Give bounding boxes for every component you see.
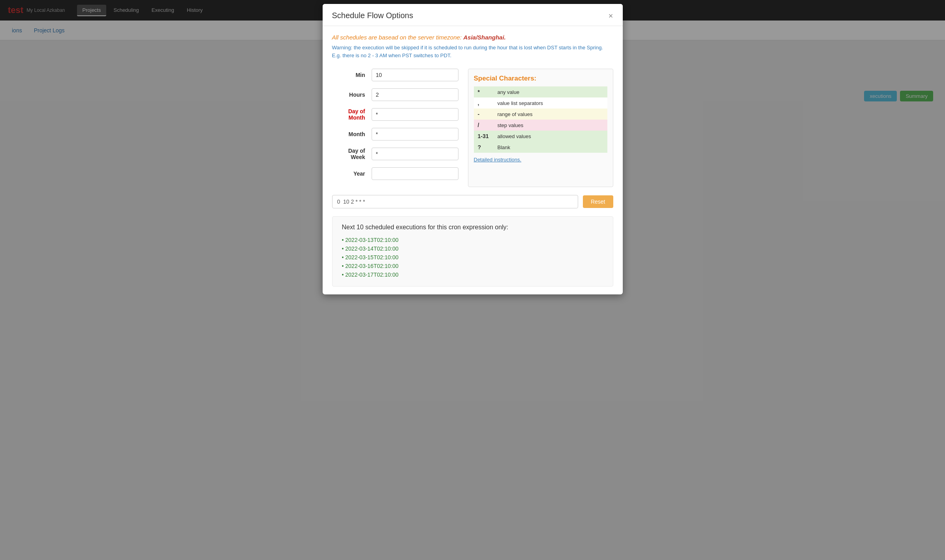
modal-dialog: Schedule Flow Options × All schedules ar… [323, 4, 623, 294]
modal-header: Schedule Flow Options × [323, 4, 623, 26]
execution-list: 2022-03-13T02:10:00 2022-03-14T02:10:00 … [342, 236, 603, 279]
min-input[interactable] [372, 69, 458, 81]
dst-warning: Warning: the execution will be skipped i… [332, 44, 613, 59]
char-desc-range: allowed values [494, 131, 607, 142]
char-desc-slash: step values [494, 120, 607, 131]
cron-expression-input[interactable] [332, 195, 578, 208]
form-row-day-of-week: Day ofWeek [332, 148, 458, 160]
hours-label: Hours [332, 92, 372, 98]
char-desc-question: Blank [494, 142, 607, 153]
min-label: Min [332, 72, 372, 78]
char-row-comma: , value list separators [474, 97, 607, 109]
next-executions-title: Next 10 scheduled executions for this cr… [342, 224, 603, 231]
form-fields: Min Hours Day ofMonth Month [332, 69, 458, 187]
next-executions-panel: Next 10 scheduled executions for this cr… [332, 216, 613, 287]
form-row-min: Min [332, 69, 458, 81]
timezone-value: Asia/Shanghai. [463, 34, 506, 41]
modal-title: Schedule Flow Options [332, 11, 413, 20]
execution-item-1: 2022-03-13T02:10:00 [342, 236, 603, 244]
hours-input[interactable] [372, 88, 458, 101]
year-label: Year [332, 170, 372, 177]
execution-item-5: 2022-03-17T02:10:00 [342, 270, 603, 279]
char-desc-dash: range of values [494, 109, 607, 120]
char-row-question: ? Blank [474, 142, 607, 153]
form-row-hours: Hours [332, 88, 458, 101]
cron-row: Reset [332, 195, 613, 208]
special-chars-panel: Special Characters: * any value , value … [468, 69, 613, 187]
char-symbol-dash: - [474, 109, 494, 120]
timezone-notice: All schedules are basead on the server t… [332, 34, 613, 41]
char-desc-any: any value [494, 86, 607, 97]
char-desc-comma: value list separators [494, 97, 607, 109]
month-input[interactable] [372, 128, 458, 140]
char-symbol-slash: / [474, 120, 494, 131]
form-area: Min Hours Day ofMonth Month [332, 69, 613, 187]
char-row-slash: / step values [474, 120, 607, 131]
char-row-range: 1-31 allowed values [474, 131, 607, 142]
modal-body: All schedules are basead on the server t… [323, 26, 623, 294]
timezone-notice-text: All schedules are basead on the server t… [332, 34, 462, 41]
month-label: Month [332, 131, 372, 137]
day-of-week-input[interactable] [372, 148, 458, 160]
day-of-month-label: Day ofMonth [332, 108, 372, 121]
reset-button[interactable]: Reset [583, 195, 613, 208]
special-chars-title: Special Characters: [474, 75, 607, 82]
char-symbol-range: 1-31 [474, 131, 494, 142]
char-symbol-comma: , [474, 97, 494, 109]
day-of-week-label: Day ofWeek [332, 148, 372, 160]
day-of-month-input[interactable] [372, 108, 458, 121]
char-row-dash: - range of values [474, 109, 607, 120]
special-chars-table: * any value , value list separators - ra… [474, 86, 607, 153]
execution-item-4: 2022-03-16T02:10:00 [342, 262, 603, 270]
char-symbol-any: * [474, 86, 494, 97]
detailed-instructions-link[interactable]: Detailed instructions. [474, 157, 522, 163]
modal-overlay: Schedule Flow Options × All schedules ar… [0, 0, 945, 560]
execution-item-3: 2022-03-15T02:10:00 [342, 253, 603, 262]
execution-item-2: 2022-03-14T02:10:00 [342, 244, 603, 253]
year-input[interactable] [372, 167, 458, 180]
form-row-month: Month [332, 128, 458, 140]
char-symbol-question: ? [474, 142, 494, 153]
modal-close-button[interactable]: × [609, 12, 613, 20]
form-row-day-of-month: Day ofMonth [332, 108, 458, 121]
char-row-any: * any value [474, 86, 607, 97]
form-row-year: Year [332, 167, 458, 180]
